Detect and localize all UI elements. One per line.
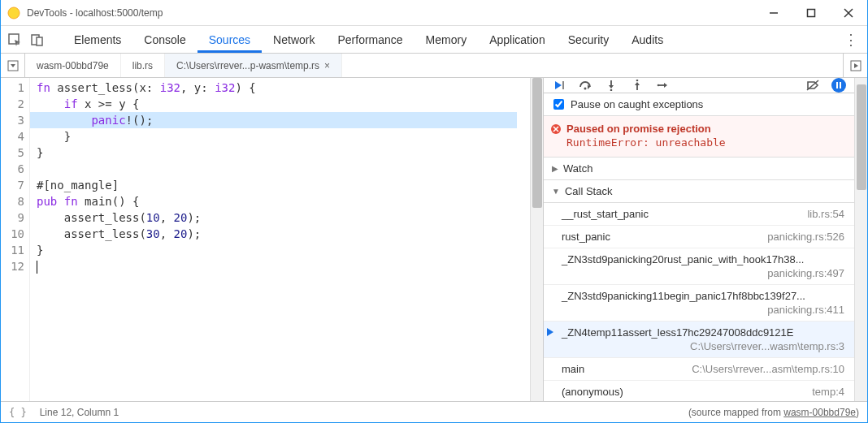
file-tab[interactable]: wasm-00bbd79e xyxy=(25,54,121,77)
code-line: assert_less(30, 20); xyxy=(37,226,523,242)
svg-marker-22 xyxy=(664,83,667,88)
cursor-position: Line 12, Column 1 xyxy=(40,407,119,418)
resume-icon[interactable] xyxy=(552,78,566,93)
step-icon[interactable] xyxy=(656,78,671,93)
minimize-button[interactable] xyxy=(755,0,792,26)
debugger-panel: Pause on caught exceptions Paused on pro… xyxy=(544,78,867,401)
step-over-icon[interactable] xyxy=(578,78,592,93)
inspect-icon[interactable] xyxy=(6,31,24,49)
svg-point-0 xyxy=(8,7,20,19)
tab-console[interactable]: Console xyxy=(132,27,197,53)
window-controls xyxy=(755,0,867,26)
tab-security[interactable]: Security xyxy=(557,27,621,53)
stack-frame-function: _ZN3std9panicking20rust_panic_with_hook1… xyxy=(562,253,844,265)
stack-frame[interactable]: rust_panicpanicking.rs:526 xyxy=(544,226,854,248)
stack-frame[interactable]: _ZN4temp11assert_less17hc29247008ddc9121… xyxy=(544,322,854,358)
error-icon xyxy=(550,123,562,135)
code-line: pub fn main() { xyxy=(37,193,523,209)
svg-rect-2 xyxy=(808,9,815,16)
svg-point-20 xyxy=(636,80,639,81)
stack-frame-function: main xyxy=(562,363,584,375)
watch-section-header[interactable]: ▶ Watch xyxy=(544,158,854,180)
code-line: #[no_mangle] xyxy=(37,177,523,193)
stack-frame-function: rust_panic xyxy=(562,231,610,243)
code-line xyxy=(37,258,523,274)
close-button[interactable] xyxy=(830,0,867,26)
pretty-print-icon[interactable]: { } xyxy=(9,407,27,418)
step-out-icon[interactable] xyxy=(630,78,644,93)
panel-scrollbar[interactable] xyxy=(854,78,867,401)
tab-sources[interactable]: Sources xyxy=(197,27,262,53)
file-tab-label: lib.rs xyxy=(132,60,153,71)
pause-exceptions-icon[interactable] xyxy=(831,78,846,93)
pause-reason-title: Paused on promise rejection xyxy=(566,123,844,135)
file-tab[interactable]: lib.rs xyxy=(121,54,165,77)
chevron-down-icon: ▼ xyxy=(552,187,560,196)
stack-frame-location: panicking.rs:497 xyxy=(767,267,844,279)
editor-scrollbar-thumb[interactable] xyxy=(532,78,542,208)
stack-frame[interactable]: __rust_start_paniclib.rs:54 xyxy=(544,203,854,226)
editor-scrollbar[interactable] xyxy=(530,78,543,401)
device-toolbar-icon[interactable] xyxy=(28,31,46,49)
source-map-link[interactable]: wasm-00bbd79e xyxy=(783,407,856,418)
chevron-right-icon: ▶ xyxy=(552,164,558,173)
code-line: fn assert_less(x: i32, y: i32) { xyxy=(37,80,523,96)
stack-frame[interactable]: _ZN3std9panicking20rust_panic_with_hook1… xyxy=(544,248,854,285)
tab-application[interactable]: Application xyxy=(478,27,557,53)
svg-marker-19 xyxy=(635,82,640,85)
svg-point-23 xyxy=(658,84,660,87)
window-title: DevTools - localhost:5000/temp xyxy=(27,7,755,19)
stack-frame[interactable]: _ZN3std9panicking11begin_panic17hf8bbc13… xyxy=(544,285,854,322)
deactivate-breakpoints-icon[interactable] xyxy=(805,78,820,93)
code-line: assert_less(10, 20); xyxy=(37,209,523,226)
stack-frame[interactable]: mainC:\Users\rrever...asm\temp.rs:10 xyxy=(544,358,854,381)
svg-marker-11 xyxy=(854,63,858,68)
panel-scrollbar-thumb[interactable] xyxy=(857,84,866,190)
tab-elements[interactable]: Elements xyxy=(63,27,132,53)
code-line: } xyxy=(37,242,523,258)
pause-caught-label: Pause on caught exceptions xyxy=(571,98,703,110)
code-editor[interactable]: 123456789101112 fn assert_less(x: i32, y… xyxy=(1,78,544,401)
maximize-button[interactable] xyxy=(792,0,830,26)
svg-rect-26 xyxy=(840,82,841,88)
statusbar: { } Line 12, Column 1 (source mapped fro… xyxy=(1,401,867,422)
tab-performance[interactable]: Performance xyxy=(326,27,414,53)
callstack-label: Call Stack xyxy=(565,185,613,197)
svg-rect-12 xyxy=(562,81,564,89)
svg-rect-25 xyxy=(836,82,838,88)
stack-frame-function: (anonymous) xyxy=(562,386,623,398)
stack-frame-function: _ZN3std9panicking11begin_panic17hf8bbc13… xyxy=(562,290,844,302)
titlebar: DevTools - localhost:5000/temp xyxy=(1,0,867,26)
file-tab[interactable]: C:\Users\rrever...p-wasm\temp.rs× xyxy=(165,54,342,77)
stack-frame-location: panicking.rs:526 xyxy=(767,231,844,243)
stack-frame-function: _ZN4temp11assert_less17hc29247008ddc9121… xyxy=(562,326,844,339)
tab-audits[interactable]: Audits xyxy=(620,27,675,53)
stack-frame-location: panicking.rs:411 xyxy=(767,304,844,316)
code-line: panic!(); xyxy=(30,112,517,128)
pause-caught-checkbox[interactable] xyxy=(553,99,564,110)
file-tabs-bar: wasm-00bbd79elib.rsC:\Users\rrever...p-w… xyxy=(1,54,867,78)
pause-caught-row[interactable]: Pause on caught exceptions xyxy=(544,93,854,116)
stack-frame-location: temp:4 xyxy=(812,386,844,398)
tab-memory[interactable]: Memory xyxy=(414,27,479,53)
svg-point-17 xyxy=(610,89,613,91)
svg-rect-7 xyxy=(37,37,42,45)
svg-marker-9 xyxy=(11,64,15,67)
close-icon[interactable]: × xyxy=(324,60,330,71)
pause-reason-box: Paused on promise rejection RuntimeError… xyxy=(544,116,854,158)
main-tabs-bar: ElementsConsoleSourcesNetworkPerformance… xyxy=(1,26,867,54)
file-tab-label: C:\Users\rrever...p-wasm\temp.rs xyxy=(176,60,319,71)
stack-frame[interactable]: (anonymous)temp:4 xyxy=(544,381,854,401)
stack-frame-location: C:\Users\rrever...asm\temp.rs:10 xyxy=(692,363,844,375)
step-into-icon[interactable] xyxy=(604,78,618,93)
code-line: } xyxy=(37,145,523,161)
code-content[interactable]: fn assert_less(x: i32, y: i32) { if x >=… xyxy=(30,78,530,401)
more-icon[interactable]: ⋮ xyxy=(840,31,862,49)
tab-network[interactable]: Network xyxy=(262,27,326,53)
workarea: 123456789101112 fn assert_less(x: i32, y… xyxy=(1,78,867,401)
stack-frame-function: __rust_start_panic xyxy=(562,208,649,220)
show-navigator-icon[interactable] xyxy=(1,54,25,77)
show-debugger-icon[interactable] xyxy=(843,54,867,77)
callstack-section-header[interactable]: ▼ Call Stack xyxy=(544,180,854,203)
svg-point-13 xyxy=(584,88,587,90)
